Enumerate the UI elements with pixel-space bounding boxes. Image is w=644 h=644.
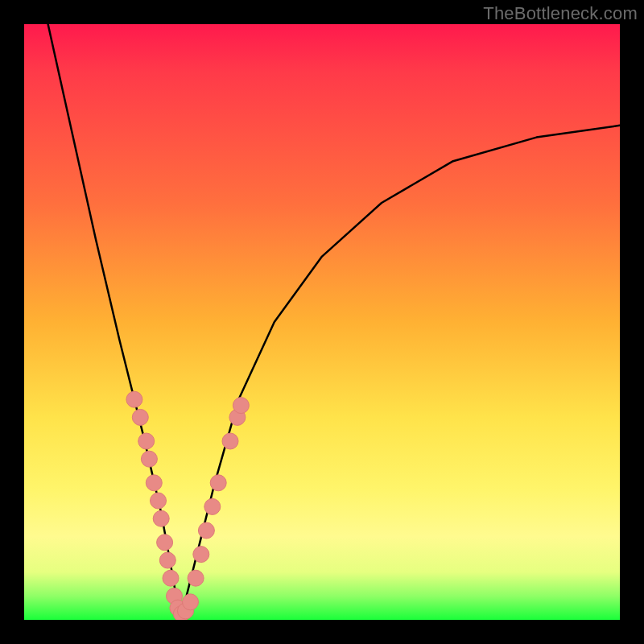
chart-frame: TheBottleneck.com xyxy=(0,0,644,644)
data-marker xyxy=(222,433,238,449)
data-marker xyxy=(126,391,142,407)
data-marker xyxy=(159,552,175,568)
data-marker xyxy=(193,547,209,563)
marker-layer xyxy=(126,391,250,620)
watermark-text: TheBottleneck.com xyxy=(483,3,638,24)
data-marker xyxy=(183,594,199,610)
curve-svg xyxy=(24,24,620,620)
curve-layer xyxy=(48,24,620,614)
data-marker xyxy=(229,409,246,425)
data-marker xyxy=(153,510,169,526)
data-marker xyxy=(157,535,173,551)
data-marker xyxy=(146,475,162,491)
data-marker xyxy=(210,475,226,491)
data-marker xyxy=(167,588,183,604)
data-marker xyxy=(198,522,214,539)
data-marker xyxy=(173,606,189,620)
data-marker xyxy=(188,570,204,586)
data-marker xyxy=(138,433,155,449)
data-marker xyxy=(178,603,194,619)
plot-area xyxy=(24,24,620,620)
data-marker xyxy=(141,451,157,467)
data-marker xyxy=(163,570,179,586)
bottleneck-curve xyxy=(48,24,620,614)
data-marker xyxy=(151,493,167,509)
data-marker xyxy=(204,498,221,514)
data-marker xyxy=(170,600,186,616)
data-marker xyxy=(132,409,148,425)
data-marker xyxy=(233,398,249,414)
